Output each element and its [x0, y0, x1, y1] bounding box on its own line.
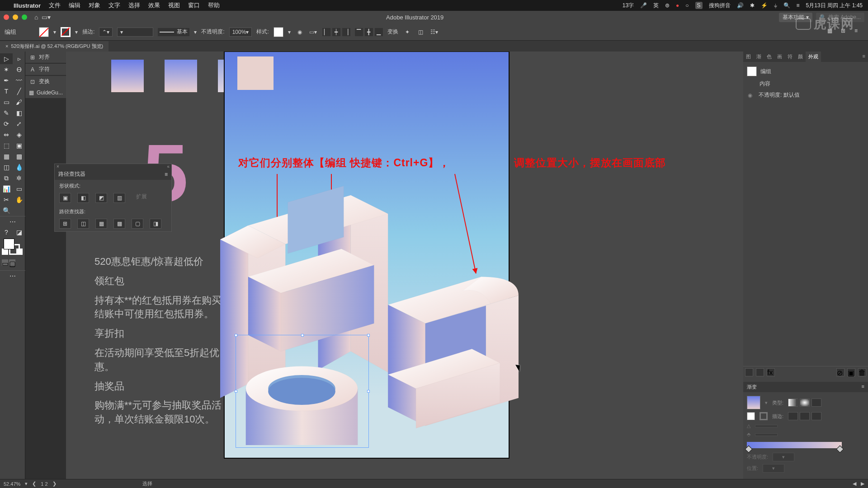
column-graph-tool[interactable]: 📊: [0, 183, 13, 194]
toggle-fill-stroke[interactable]: ◪: [13, 227, 25, 238]
control-center-icon[interactable]: ≡: [797, 2, 800, 9]
gradient-preview[interactable]: [747, 396, 760, 409]
bluetooth-icon[interactable]: ✱: [750, 2, 755, 9]
gradient-angle[interactable]: [755, 425, 778, 427]
stroke-weight[interactable]: ⌃ ▾: [99, 28, 113, 37]
stroke-grad-2[interactable]: [800, 412, 810, 420]
transform-label[interactable]: 变换: [387, 28, 398, 36]
grid-icon[interactable]: ▦: [827, 28, 836, 37]
screen-mode-normal[interactable]: ▭: [2, 259, 8, 266]
shape-icon[interactable]: ◫: [416, 28, 425, 37]
magic-wand-tool[interactable]: ✶: [0, 64, 13, 75]
stroke-swatch[interactable]: [61, 27, 71, 37]
shape-builder-tool[interactable]: ⬚: [0, 140, 13, 151]
pf-divide[interactable]: ⊞: [59, 219, 71, 229]
free-transform-tool[interactable]: ◈: [13, 129, 25, 140]
tab-symbols[interactable]: 符: [785, 52, 795, 62]
hand-tool[interactable]: ✋: [13, 194, 25, 205]
zoom-level[interactable]: 52.47%: [4, 481, 20, 487]
add-stroke-icon[interactable]: [745, 368, 753, 376]
sogou-label[interactable]: 搜狗拼音: [709, 2, 731, 9]
character-panel-tab[interactable]: A字符: [25, 64, 66, 75]
brush-definition[interactable]: 基本: [158, 28, 189, 36]
artboard-tool[interactable]: ▭: [13, 183, 25, 194]
ime-indicator[interactable]: 英: [653, 2, 659, 9]
eraser-tool[interactable]: ◧: [13, 108, 25, 118]
menu-file[interactable]: 文件: [49, 1, 61, 9]
maximize-window[interactable]: [22, 14, 27, 20]
stroke-grad-3[interactable]: [811, 412, 821, 420]
align-vcenter[interactable]: ╋: [365, 28, 373, 36]
pathfinder-menu-icon[interactable]: ≡: [165, 171, 168, 178]
sogou-icon[interactable]: S: [695, 2, 703, 9]
pf-expand[interactable]: 扩展: [132, 193, 151, 203]
align-hcenter[interactable]: ┿: [332, 28, 340, 36]
align-right[interactable]: ▕: [342, 28, 350, 36]
pf-collapse-icon[interactable]: «: [167, 164, 170, 169]
stroke-grad-1[interactable]: [788, 412, 798, 420]
align-to-icon[interactable]: ▭▾: [309, 28, 318, 37]
duplicate-icon[interactable]: ▣: [847, 368, 855, 376]
rectangle-tool[interactable]: ▭: [0, 97, 13, 108]
gradient-freeform[interactable]: [811, 399, 821, 407]
body-copy[interactable]: 520惠息钜惠/惊喜超低价 领红包 持有本**的红包抵用券在购买结账中可使用红包…: [94, 255, 226, 432]
stop-opacity[interactable]: ▾: [773, 453, 794, 461]
pf-trim[interactable]: ◫: [77, 219, 89, 229]
add-effect-icon[interactable]: fx: [767, 368, 775, 376]
snap-icon[interactable]: ⊞: [841, 28, 850, 37]
direct-selection-tool[interactable]: ▹: [13, 53, 25, 64]
isolate-icon[interactable]: ✦: [403, 28, 412, 37]
pf-intersect[interactable]: ◩: [95, 193, 107, 203]
pathfinder-panel[interactable]: ×« 路径查找器≡ 形状模式: ▣ ◧ ◩ ▥ 扩展 路径查找器: ⊞ ◫ ▦ …: [54, 164, 172, 232]
symbol-sprayer-tool[interactable]: ✲: [13, 173, 25, 183]
align-panel-tab[interactable]: ⊞对齐: [25, 52, 66, 63]
toolbox-edit[interactable]: ⋯: [0, 216, 25, 227]
live-paint-tool[interactable]: ▣: [13, 140, 25, 151]
trash-icon[interactable]: 🗑: [858, 368, 866, 376]
scale-tool[interactable]: ⤢: [13, 118, 25, 129]
canvas[interactable]: 5 520惠息钜惠/惊喜超低价 领红包 持有本**的红包抵用券在购买结账中可使用…: [66, 52, 743, 479]
wifi-icon[interactable]: ⏚: [774, 2, 777, 9]
mesh-tool[interactable]: ▩: [13, 151, 25, 162]
battery-icon[interactable]: ⚡: [761, 2, 768, 9]
pf-outline[interactable]: ▢: [132, 219, 143, 229]
swatch-1[interactable]: [111, 60, 144, 92]
clear-icon[interactable]: ⊘: [836, 368, 844, 376]
pen-tool[interactable]: ✒: [0, 75, 13, 86]
arrange-docs-icon[interactable]: ▭▾: [42, 14, 51, 21]
eyedropper-tool[interactable]: 💧: [13, 162, 25, 173]
menu-select[interactable]: 选择: [128, 1, 140, 9]
guideguide-panel-tab[interactable]: ▦GuideGu...: [25, 87, 66, 98]
arrange-icon[interactable]: ☷▾: [430, 28, 439, 37]
stop-position[interactable]: ▾: [763, 464, 784, 473]
gradient-fill-toggle[interactable]: [747, 412, 755, 420]
artboard-nav-next[interactable]: ❯: [52, 481, 57, 487]
fill-dd[interactable]: ▾: [53, 29, 56, 35]
gradient-radial[interactable]: [800, 399, 810, 407]
wechat-icon[interactable]: ○: [685, 2, 689, 9]
selection-tool[interactable]: ▷: [0, 53, 13, 64]
appearance-contents[interactable]: 内容: [760, 80, 770, 88]
edit-toolbox[interactable]: ⋯: [0, 270, 25, 281]
menu-help[interactable]: 帮助: [208, 1, 220, 9]
swatch-2[interactable]: [165, 60, 197, 92]
menu-view[interactable]: 视图: [168, 1, 180, 9]
shaper-tool[interactable]: ✎: [0, 108, 13, 118]
align-left[interactable]: ▏: [322, 28, 330, 36]
fill-box[interactable]: [4, 239, 14, 249]
visibility-icon[interactable]: ◉: [748, 92, 752, 99]
perspective-tool[interactable]: ▦: [0, 151, 13, 162]
gradient-tool[interactable]: ◫: [0, 162, 13, 173]
paintbrush-tool[interactable]: 🖌: [13, 97, 25, 108]
tab-layers[interactable]: 图: [743, 52, 754, 62]
search-field[interactable]: 🔍 搜索 Adobe...: [816, 13, 864, 22]
align-top[interactable]: ▔: [355, 28, 363, 36]
gradient-title[interactable]: 渐变: [747, 384, 757, 389]
pf-minus-back[interactable]: ◨: [150, 219, 161, 229]
tab-brushes[interactable]: 画: [774, 52, 785, 62]
pf-crop[interactable]: ▩: [113, 219, 125, 229]
stroke-swatch-dd[interactable]: ▾: [75, 29, 78, 35]
help-icon[interactable]: ?: [0, 227, 13, 238]
add-fill-icon[interactable]: [756, 368, 764, 376]
align-bottom[interactable]: ▁: [375, 28, 383, 36]
